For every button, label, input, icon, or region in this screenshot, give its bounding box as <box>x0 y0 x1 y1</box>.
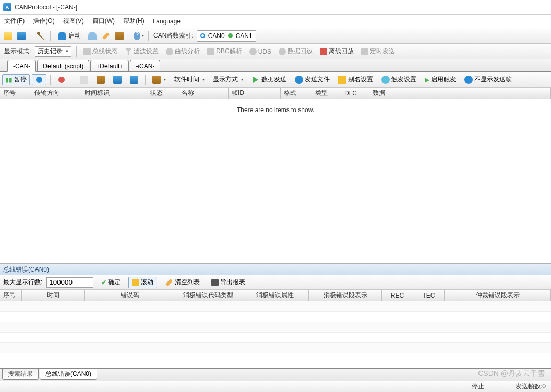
col2-arb-seg[interactable]: 仲裁错误段表示 <box>445 290 551 301</box>
folder-icon <box>4 32 12 40</box>
disk-arrow-button[interactable] <box>127 74 141 85</box>
person-button[interactable] <box>87 30 98 42</box>
col-name[interactable]: 名称 <box>178 88 229 99</box>
col-format[interactable]: 格式 <box>281 88 312 99</box>
package-dropdown[interactable] <box>149 74 169 85</box>
tab-search-results[interactable]: 搜索结果 <box>2 369 39 380</box>
max-rows-label: 最大显示行数: <box>3 278 42 287</box>
bus-error-toolbar: 最大显示行数: ✔确定 滚动 清空列表 导出报表 <box>0 275 551 290</box>
alias-settings-button[interactable]: 别名设置 <box>335 74 376 85</box>
help-icon <box>134 32 140 40</box>
blue-circle-button[interactable] <box>32 74 46 85</box>
col-seq[interactable]: 序号 <box>0 88 31 99</box>
separator <box>76 46 77 57</box>
col-frame-id[interactable]: 帧ID <box>229 88 281 99</box>
toolbar-view: 显示模式: 历史记录 ▼ 总线状态 滤波设置 曲线分析 DBC解析 UDS 数据… <box>0 44 551 59</box>
enable-trigger-button[interactable]: ▶启用触发 <box>422 74 459 85</box>
disk-button[interactable] <box>110 74 125 85</box>
tab-ican[interactable]: -iCAN- <box>130 60 160 71</box>
hide-send-frame-button[interactable]: 不显示发送帧 <box>461 74 515 85</box>
data-replay-button[interactable]: 数据回放 <box>277 46 315 57</box>
can1-radio-icon <box>228 33 233 38</box>
tab-bus-error[interactable]: 总线错误(CAN0) <box>40 369 97 380</box>
scissors-icon <box>320 48 327 55</box>
separator <box>50 31 51 41</box>
menu-operate[interactable]: 操作(O) <box>33 17 54 26</box>
bus-status-button[interactable]: 总线状态 <box>81 46 119 57</box>
copy-button[interactable] <box>77 74 91 85</box>
col2-time[interactable]: 时间 <box>22 290 85 301</box>
display-mode-combo[interactable]: 历史记录 ▼ <box>35 46 71 57</box>
brush-icon <box>165 278 173 286</box>
person-icon <box>88 32 97 40</box>
col2-passive-type[interactable]: 消极错误代码类型 <box>175 290 241 301</box>
tab-default-script[interactable]: Default (script) <box>37 60 89 71</box>
menu-window[interactable]: 窗口(W) <box>92 17 115 26</box>
menu-help[interactable]: 帮助(H) <box>123 17 145 26</box>
launch-button[interactable]: 启动 <box>54 30 85 42</box>
max-rows-input[interactable] <box>46 277 93 288</box>
tab-can[interactable]: -CAN- <box>7 60 36 72</box>
col-dlc[interactable]: DLC <box>341 88 369 99</box>
curve-analysis-button[interactable]: 曲线分析 <box>164 46 202 57</box>
pause-button[interactable]: ▮▮暂停 <box>2 74 30 85</box>
save-button[interactable] <box>16 30 27 42</box>
offline-playback-button[interactable]: 离线回放 <box>318 46 356 57</box>
can0-label: CAN0 <box>208 32 225 40</box>
box-icon <box>115 32 124 40</box>
tools-button[interactable] <box>35 30 46 42</box>
menu-file[interactable]: 文件(F) <box>4 17 25 26</box>
data-send-button[interactable]: 数据发送 <box>248 74 290 85</box>
brush-icon <box>102 32 110 39</box>
open-button[interactable] <box>2 30 14 42</box>
confirm-button[interactable]: ✔确定 <box>98 277 124 288</box>
filter-settings-button[interactable]: 滤波设置 <box>123 46 161 57</box>
timer-icon <box>361 48 368 55</box>
tab-default-plus[interactable]: +Default+ <box>90 60 129 71</box>
col2-tec[interactable]: TEC <box>413 290 445 301</box>
arrow-right-icon <box>253 77 258 83</box>
scroll-button[interactable]: 滚动 <box>128 277 157 288</box>
trigger-settings-button[interactable]: 触发设置 <box>378 74 420 85</box>
clear-list-button[interactable]: 清空列表 <box>161 277 203 288</box>
data-grid-header: 序号 传输方向 时间标识 状态 名称 帧ID 格式 类型 DLC 数据 <box>0 88 551 99</box>
brush-button[interactable] <box>100 30 112 42</box>
col2-passive-seg[interactable]: 消极错误段表示 <box>309 290 382 301</box>
bus-error-grid[interactable]: 序号 时间 错误码 消极错误代码类型 消极错误属性 消极错误段表示 REC TE… <box>0 290 551 368</box>
col2-seq[interactable]: 序号 <box>0 290 22 301</box>
col-direction[interactable]: 传输方向 <box>31 88 81 99</box>
table-row <box>0 343 551 353</box>
menu-language[interactable]: Language <box>153 18 181 25</box>
can-index-label: CAN路数索引: <box>152 31 195 40</box>
send-file-button[interactable]: 发送文件 <box>292 74 333 85</box>
help-dropdown[interactable] <box>133 30 145 42</box>
can1-label: CAN1 <box>236 32 253 40</box>
box-button[interactable] <box>114 30 125 42</box>
dbc-parse-button[interactable]: DBC解析 <box>205 46 244 57</box>
uds-button[interactable]: UDS <box>247 46 273 57</box>
col2-rec[interactable]: REC <box>382 290 413 301</box>
col2-passive-attr[interactable]: 消极错误属性 <box>241 290 309 301</box>
menu-bar: 文件(F) 操作(O) 视图(V) 窗口(W) 帮助(H) Language <box>0 15 551 28</box>
col-time[interactable]: 时间标识 <box>81 88 147 99</box>
can-route-selector[interactable]: CAN0 CAN1 <box>197 30 256 42</box>
disk-arrow-icon <box>130 76 138 84</box>
timed-send-button[interactable]: 定时发送 <box>359 46 397 57</box>
save-icon <box>17 32 26 40</box>
bus-error-title: 总线错误(CAN0) <box>0 264 551 275</box>
check-icon: ✔ <box>101 279 106 286</box>
data-grid-body[interactable]: There are no items to show. <box>0 99 551 264</box>
col-type[interactable]: 类型 <box>312 88 341 99</box>
software-time-dropdown[interactable]: 软件时间 <box>171 74 208 85</box>
red-circle-button[interactable] <box>54 74 69 85</box>
dbc-icon <box>207 48 214 55</box>
display-style-dropdown[interactable]: 显示方式 <box>210 74 246 85</box>
bottom-tabs: 搜索结果 总线错误(CAN0) <box>0 368 551 381</box>
col-status[interactable]: 状态 <box>147 88 178 99</box>
col-data[interactable]: 数据 <box>369 88 551 99</box>
box-icon-button[interactable] <box>93 74 108 85</box>
can0-radio-icon <box>200 33 205 38</box>
export-report-button[interactable]: 导出报表 <box>208 277 249 288</box>
menu-view[interactable]: 视图(V) <box>63 17 84 26</box>
col2-errcode[interactable]: 错误码 <box>85 290 175 301</box>
